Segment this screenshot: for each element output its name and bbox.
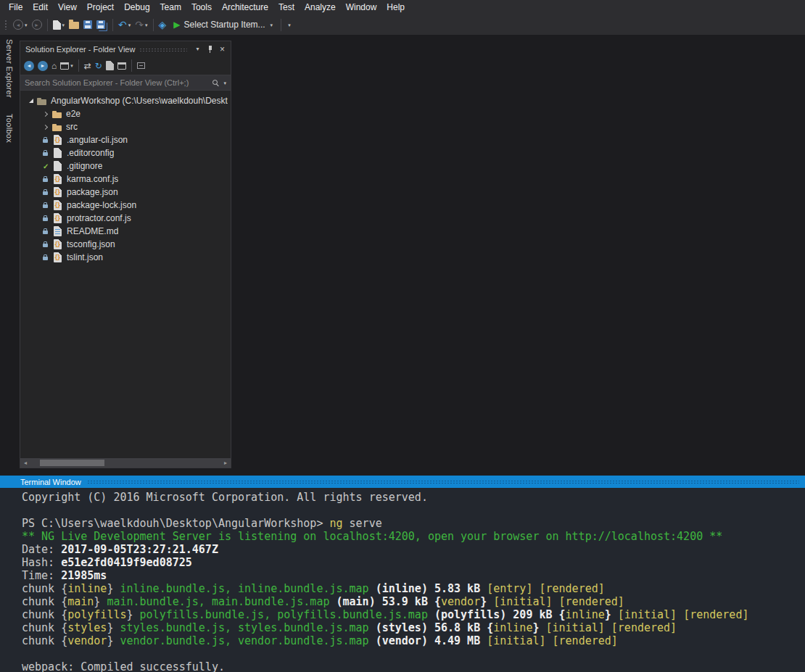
tree-item-label: AngularWorkshop (C:\Users\waelkdouh\Desk… <box>51 96 228 106</box>
tree-item-package-lock-json[interactable]: {}package-lock.json <box>20 199 231 212</box>
tree-item-angular-cli-json[interactable]: {}.angular-cli.json <box>20 133 231 146</box>
redo-icon: ↷ <box>135 20 144 30</box>
open-folder-icon <box>69 22 79 29</box>
side-tab-toolbox[interactable]: Toolbox <box>5 114 14 143</box>
toolbar-separator <box>47 19 48 31</box>
menu-item-help[interactable]: Help <box>381 0 410 14</box>
json-file-icon: {} <box>52 173 64 185</box>
lock-badge-icon <box>43 228 52 234</box>
terminal-line: Date: 2017-09-05T23:27:21.467Z <box>22 543 804 556</box>
se-back-button[interactable]: ◄ <box>22 59 36 73</box>
open-file-button[interactable] <box>67 17 81 33</box>
refresh-icon: ↻ <box>95 62 102 70</box>
file-icon <box>52 160 64 172</box>
menu-item-tools[interactable]: Tools <box>186 0 217 14</box>
properties-button[interactable] <box>116 59 128 73</box>
tree-item-package-json[interactable]: {}package.json <box>20 186 231 199</box>
toolbar-options-button[interactable]: ▾ <box>284 17 293 33</box>
tree-item-protractor-conf-js[interactable]: {}protractor.conf.js <box>20 212 231 225</box>
attach-button[interactable]: ◈ <box>157 17 169 33</box>
terminal-output[interactable]: Copyright (C) 2016 Microsoft Corporation… <box>0 488 805 672</box>
scrollbar-track[interactable] <box>30 458 220 468</box>
play-icon: ▶ <box>173 20 180 29</box>
search-options-caret-icon[interactable]: ▾ <box>223 80 226 86</box>
lock-badge-icon <box>43 215 52 221</box>
terminal-line: PS C:\Users\waelkdouh\Desktop\AngularWor… <box>22 517 804 530</box>
toolbar-separator <box>153 19 154 31</box>
tree-item-editorconfig[interactable]: .editorconfig <box>20 146 231 159</box>
redo-button[interactable]: ↷ ▾ <box>133 17 149 33</box>
se-back-icon: ◄ <box>24 61 34 71</box>
sync-with-active-document-button[interactable]: ⇄ <box>83 59 93 73</box>
save-button[interactable] <box>81 17 94 33</box>
expanded-arrow-icon[interactable] <box>25 99 36 103</box>
collapse-all-icon <box>137 62 145 69</box>
json-file-icon: {} <box>52 238 64 250</box>
menu-item-edit[interactable]: Edit <box>28 0 53 14</box>
menu-item-test[interactable]: Test <box>273 0 300 14</box>
show-all-files-icon <box>106 61 114 70</box>
navigate-backward-button[interactable]: ◄ ▾ <box>11 17 30 33</box>
solution-explorer-header[interactable]: Solution Explorer - Folder View ▾ × <box>20 41 231 57</box>
home-button[interactable]: ⌂ <box>50 59 58 73</box>
tree-item-tslint-json[interactable]: {}tslint.json <box>20 251 231 264</box>
scroll-left-icon[interactable]: ◂ <box>20 458 30 468</box>
terminal-line: chunk {vendor} vendor.bundle.js, vendor.… <box>22 634 804 647</box>
start-caret-icon: ▾ <box>271 22 273 28</box>
collapsed-arrow-icon[interactable] <box>41 125 51 129</box>
tree-item-src[interactable]: src <box>20 120 231 133</box>
scroll-right-icon[interactable]: ▸ <box>220 458 231 468</box>
menu-item-architecture[interactable]: Architecture <box>217 0 273 14</box>
tree-item-readme-md[interactable]: README.md <box>20 225 231 238</box>
menu-item-window[interactable]: Window <box>341 0 382 14</box>
toolbar-grip[interactable] <box>4 20 8 30</box>
se-forward-button[interactable]: ► <box>36 59 49 73</box>
close-button[interactable]: × <box>216 43 228 55</box>
refresh-button[interactable]: ↻ <box>94 59 104 73</box>
tree-item-angularworkshop-c-users-waelkdouh-deskt[interactable]: AngularWorkshop (C:\Users\waelkdouh\Desk… <box>20 94 231 107</box>
tree-item-e2e[interactable]: e2e <box>20 107 231 120</box>
properties-icon <box>117 62 126 70</box>
switch-views-button[interactable]: ▾ <box>59 59 75 73</box>
undo-button[interactable]: ↶ ▾ <box>116 17 133 33</box>
navigate-backward-caret-icon: ▾ <box>25 22 28 28</box>
lock-badge-icon <box>43 137 52 143</box>
menu-item-team[interactable]: Team <box>155 0 186 14</box>
sync-icon: ⇄ <box>84 62 91 70</box>
tree-item-gitignore[interactable]: ✓.gitignore <box>20 159 231 173</box>
terminal-header[interactable]: Terminal Window <box>0 476 805 488</box>
switch-views-caret-icon: ▾ <box>70 63 73 68</box>
start-button[interactable]: ▶ Select Startup Item... ▾ <box>168 16 278 33</box>
se-forward-icon: ► <box>38 61 48 71</box>
close-icon: × <box>220 44 225 54</box>
json-file-icon: {} <box>52 252 64 263</box>
new-file-button[interactable]: ▾ <box>51 17 67 33</box>
save-all-button[interactable] <box>94 17 110 33</box>
json-file-icon: {} <box>52 212 64 224</box>
lock-badge-icon <box>43 189 52 195</box>
lock-badge-icon <box>43 241 52 247</box>
lock-badge-icon <box>43 176 52 182</box>
collapsed-arrow-icon[interactable] <box>41 112 51 116</box>
navigate-forward-button[interactable]: ► <box>30 17 44 33</box>
navigate-backward-icon: ◄ <box>13 20 23 30</box>
menu-item-view[interactable]: View <box>53 0 82 14</box>
side-tab-server-explorer[interactable]: Server Explorer <box>5 39 14 98</box>
tree-item-tsconfig-json[interactable]: {}tsconfig.json <box>20 238 231 251</box>
menu-item-file[interactable]: File <box>4 0 28 14</box>
menu-item-debug[interactable]: Debug <box>119 0 154 14</box>
search-input[interactable] <box>20 78 211 87</box>
horizontal-scrollbar[interactable]: ◂ ▸ <box>20 458 231 468</box>
menu-item-project[interactable]: Project <box>82 0 119 14</box>
tree-item-karma-conf-js[interactable]: {}karma.conf.js <box>20 173 231 186</box>
redo-caret-icon: ▾ <box>145 22 148 28</box>
window-position-button[interactable]: ▾ <box>191 43 204 55</box>
pin-button[interactable] <box>204 43 216 55</box>
show-all-files-button[interactable] <box>104 59 115 73</box>
tree-item-label: package.json <box>67 187 118 197</box>
menu-item-analyze[interactable]: Analyze <box>300 0 341 14</box>
tree-item-label: protractor.conf.js <box>67 213 131 223</box>
collapse-all-button[interactable] <box>136 59 146 73</box>
scrollbar-thumb[interactable] <box>40 460 104 466</box>
check-badge-icon: ✓ <box>43 162 52 170</box>
